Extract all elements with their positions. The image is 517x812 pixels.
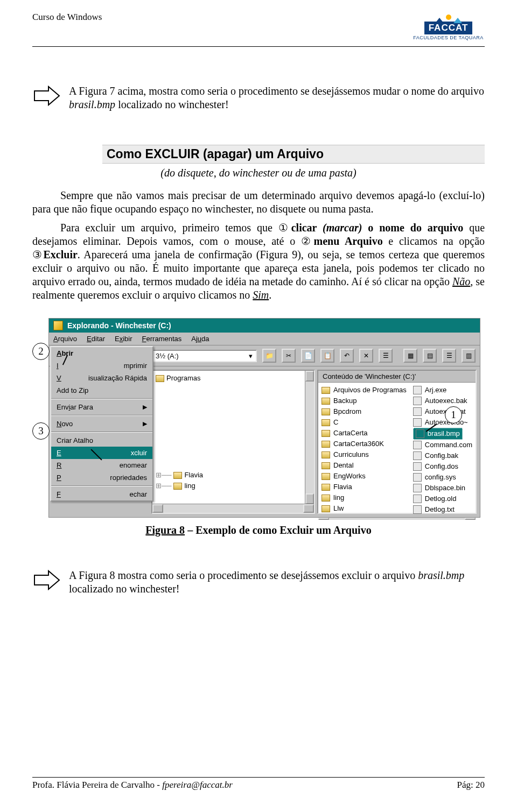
dropdown-excluir[interactable]: Excluir (51, 447, 152, 459)
submenu-arrow-icon: ▶ (143, 420, 147, 427)
list-item[interactable]: Dblspace.bin (413, 483, 472, 493)
list-item-selected[interactable]: brasil.bmp (413, 428, 472, 440)
content-pane: Conteúdo de 'Winchester (C:)' Arquivos d… (317, 370, 477, 514)
section-heading: Como EXCLUIR (apagar) um Arquivo (102, 145, 485, 164)
drive-selected: 3½ (A:) (156, 352, 179, 360)
list-item[interactable]: ling (322, 492, 407, 503)
content-col-folders: Arquivos de Programas Backup Bpcdrom C C… (318, 383, 410, 517)
dropdown-zip[interactable]: Add to Zip (51, 384, 152, 397)
content-col-files: Arj.exe Autoexec.bak Autoexec.bat Autoex… (410, 383, 476, 517)
undo-button[interactable]: ↶ (340, 349, 354, 363)
dropdown-renomear[interactable]: Renomear (51, 459, 152, 471)
list-item[interactable]: Arj.exe (413, 385, 472, 396)
list-item[interactable]: Detlog.old (413, 493, 472, 504)
menu-arquivo[interactable]: AArquivorquivo (53, 335, 77, 343)
dropdown-propriedades[interactable]: Propriedades (51, 471, 152, 484)
folder-icon (322, 387, 330, 394)
dropdown-fechar[interactable]: Fechar (51, 488, 152, 500)
circled-three-icon: ③ (32, 249, 44, 260)
horizontal-scrollbar[interactable] (152, 504, 314, 513)
file-icon (413, 451, 422, 460)
list-item[interactable]: Backup (322, 396, 407, 406)
list-item[interactable]: config.sys (413, 472, 472, 483)
menu-editar[interactable]: Editar (87, 335, 105, 343)
p2-f: Excluir (44, 249, 78, 260)
note-arrow-icon (32, 81, 61, 110)
p2-a: Para excluir um arquivo, primeiro temos … (60, 222, 278, 234)
vertical-scrollbar[interactable] (305, 371, 314, 504)
details-button[interactable]: ▥ (462, 349, 476, 363)
delete-button[interactable]: ✕ (359, 349, 373, 363)
menubar: AArquivorquivo Editar Exibir Ferramentas… (49, 333, 480, 345)
file-icon (413, 505, 422, 514)
note-arrow-icon (32, 566, 61, 595)
list-item[interactable]: Config.dos (413, 461, 472, 472)
figure-caption: Figura 8 – Exemplo de como Excluir um Ar… (32, 524, 485, 536)
properties-button[interactable]: ☰ (379, 349, 393, 363)
list-item[interactable]: Autoexec.bak (413, 396, 472, 406)
list-item[interactable]: CartaCerta360K (322, 439, 407, 449)
paste-button[interactable]: 📋 (320, 349, 334, 363)
list-item[interactable]: EngWorks (322, 471, 407, 482)
dropdown-novo[interactable]: Novo▶ (51, 418, 152, 430)
list-item[interactable]: Command.com (413, 440, 472, 450)
list-item[interactable]: Llw (322, 503, 407, 514)
list-item[interactable]: C (322, 417, 407, 428)
drive-selector[interactable]: 3½ (A:) ▾ (151, 350, 257, 362)
badge-3: 3 (32, 422, 50, 440)
window-titlebar[interactable]: Explorando - Winchester (C:) (49, 319, 480, 333)
list-item[interactable]: Bpcdrom (322, 406, 407, 417)
note2-it: brasil.bmp (418, 569, 464, 581)
note1-it: brasil.bmp (69, 98, 115, 110)
note2-a: A Figura 8 mostra como seria o procedime… (69, 569, 418, 581)
large-icons-button[interactable]: ▦ (403, 349, 417, 363)
p2-h: Não (452, 276, 470, 287)
folder-icon (173, 472, 182, 479)
tree-label[interactable]: ling (184, 481, 195, 491)
scroll-up-icon[interactable] (305, 371, 314, 382)
circled-two-icon: ② (301, 235, 314, 247)
list-item[interactable]: Autoexec.bat (413, 406, 472, 417)
list-item[interactable]: Flavia (322, 482, 407, 492)
copy-button[interactable]: 📄 (301, 349, 315, 363)
footer-left: Profa. Flávia Pereira de Carvalho - fper… (32, 780, 233, 790)
course-title: Curso de Windows (32, 12, 102, 23)
dropdown-separator (51, 432, 152, 433)
folder-tree-pane[interactable]: Programas ⊞──Flavia ⊞──ling (151, 370, 315, 514)
folder-icon (322, 398, 330, 405)
list-item[interactable]: Curriculuns (322, 449, 407, 460)
list-item[interactable]: Autoexec.do~ (413, 417, 472, 428)
cut-button[interactable]: ✂ (282, 349, 296, 363)
up-folder-button[interactable]: 📁 (262, 349, 276, 363)
caption-rest: – Exemplo de como Excluir um Arquivo (185, 524, 372, 536)
folder-icon (322, 419, 330, 426)
p2-j: Sim (253, 289, 269, 301)
tree-label[interactable]: Flavia (184, 470, 203, 481)
list-item[interactable]: CartaCerta (322, 428, 407, 439)
small-icons-button[interactable]: ▤ (423, 349, 437, 363)
menu-ferramentas[interactable]: Ferramentas (142, 335, 182, 343)
dropdown-separator (51, 415, 152, 416)
dropdown-imprimir[interactable]: Imprimir (51, 359, 152, 372)
tree-item[interactable]: Programas (156, 373, 314, 384)
header-divider (32, 46, 485, 47)
scroll-down-icon[interactable] (305, 493, 314, 504)
menu-ajuda[interactable]: Ajuda (191, 335, 209, 343)
dropdown-criar-atalho[interactable]: Criar Atalho (51, 434, 152, 447)
logo-wing-icon (435, 18, 444, 23)
file-icon (413, 418, 422, 427)
list-item[interactable]: Config.bak (413, 450, 472, 461)
file-icon (413, 407, 422, 416)
p2-g: . Aparecerá uma janela de confirmação (F… (32, 249, 485, 287)
p2-e: e clicamos na opção (383, 235, 485, 247)
horizontal-scrollbar[interactable] (318, 517, 476, 520)
list-button[interactable]: ☰ (442, 349, 456, 363)
list-item[interactable]: Detlog.txt (413, 504, 472, 515)
content-header: Conteúdo de 'Winchester (C:)' (318, 371, 476, 383)
dropdown-enviar[interactable]: Enviar Para▶ (51, 401, 152, 413)
dropdown-visualizacao[interactable]: Visualização Rápida (51, 372, 152, 384)
list-item[interactable]: Dental (322, 460, 407, 471)
menu-exibir[interactable]: Exibir (115, 335, 132, 343)
paragraph-1: Sempre que não vamos mais precisar de um… (32, 189, 485, 216)
list-item[interactable]: Arquivos de Programas (322, 385, 407, 396)
